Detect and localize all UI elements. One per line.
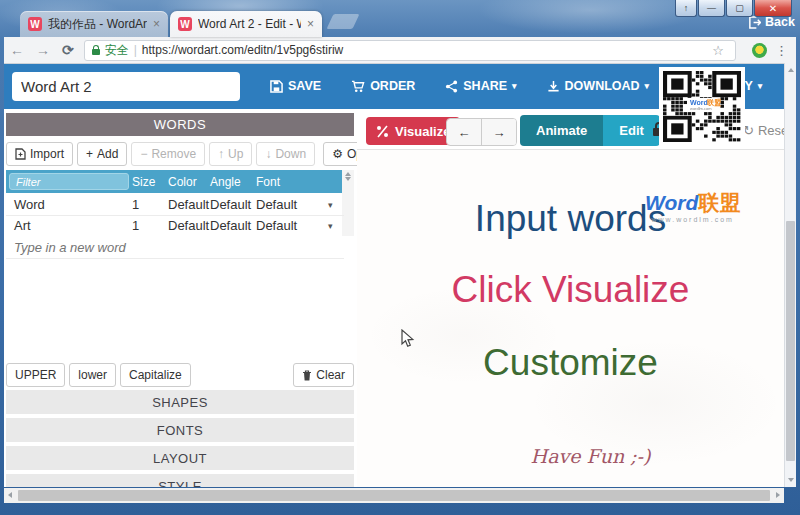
horizontal-scroll-thumb[interactable] [18, 490, 770, 501]
options-button[interactable]: ⚙ Options [323, 142, 357, 166]
lowercase-button[interactable]: lower [69, 363, 116, 387]
forward-nav-icon[interactable]: → [36, 43, 50, 57]
chevron-down-icon[interactable]: ▾ [328, 221, 344, 231]
mouse-cursor [401, 329, 415, 349]
close-tab-icon[interactable]: × [307, 18, 314, 30]
wordart-canvas[interactable]: Input words Click Visualize Customize Ha… [357, 149, 784, 487]
chevron-down-icon: ▾ [645, 81, 650, 91]
wordart-favicon: W [178, 17, 192, 31]
titlebar-extra-button[interactable]: ↑ [675, 0, 697, 17]
address-bar[interactable]: 安全 | https://wordart.com/editn/1v5pg6sti… [84, 40, 736, 61]
arrow-up-icon: ↑ [218, 147, 224, 161]
download-button[interactable]: DOWNLOAD ▾ [547, 79, 650, 93]
column-size[interactable]: Size [132, 175, 168, 189]
extension-icon[interactable] [752, 43, 767, 58]
browser-toolbar: ← → ⟳ 安全 | https://wordart.com/editn/1v5… [4, 37, 796, 64]
bookmark-star-icon[interactable]: ☆ [712, 43, 728, 58]
scroll-up-icon[interactable] [345, 172, 351, 176]
tab-title: 我的作品 - WordArt.co [48, 16, 147, 33]
section-style[interactable]: STYLE [6, 474, 354, 487]
back-nav-icon[interactable]: ← [10, 43, 24, 57]
scroll-left-icon[interactable] [8, 492, 12, 498]
save-icon [270, 80, 283, 93]
redo-button[interactable]: → [482, 119, 516, 145]
words-panel: WORDS Import + Add − Remove ↑ Up ↓ Down [4, 109, 357, 487]
move-up-button[interactable]: ↑ Up [209, 142, 252, 166]
word-row[interactable]: Word 1 Default Default Default ▾ [6, 194, 344, 216]
canvas-text-line: Customize [357, 342, 784, 384]
new-tab-button[interactable] [327, 14, 360, 29]
exit-icon [748, 16, 761, 29]
edit-button[interactable]: Edit [603, 115, 660, 146]
canvas-text-line: Click Visualize [357, 269, 784, 311]
section-shapes[interactable]: SHAPES [6, 390, 354, 414]
minus-icon: − [140, 147, 147, 161]
vertical-scrollbar[interactable] [784, 63, 796, 487]
logo-site-url: www.wordlm.com [645, 216, 740, 223]
wordart-favicon: W [28, 17, 42, 31]
horizontal-scrollbar[interactable] [4, 488, 784, 503]
security-lock-icon [92, 49, 100, 55]
animate-button[interactable]: Animate [520, 115, 603, 146]
column-angle[interactable]: Angle [210, 175, 256, 189]
maximize-button[interactable]: ▢ [726, 0, 753, 17]
canvas-fun-text: Have Fun ;-) [377, 445, 784, 467]
qr-code-image [659, 67, 745, 146]
browser-menu-icon[interactable]: ⋮ [775, 43, 788, 58]
reset-button[interactable]: ↻ Reset [743, 123, 784, 138]
remove-word-button[interactable]: − Remove [131, 142, 205, 166]
save-button[interactable]: SAVE [270, 79, 321, 93]
close-tab-icon[interactable]: × [153, 18, 160, 30]
words-panel-header: WORDS [6, 113, 354, 136]
uppercase-button[interactable]: UPPER [6, 363, 65, 387]
tab-title: Word Art 2 - Edit - Wo [198, 17, 301, 31]
visualize-icon [376, 125, 389, 138]
new-word-row[interactable] [6, 236, 344, 259]
refresh-icon[interactable]: ⟳ [62, 43, 74, 57]
share-icon [445, 80, 458, 93]
download-icon [547, 80, 560, 93]
case-toolbar: UPPER lower Capitalize Clear [6, 362, 354, 388]
tab-my-works[interactable]: W 我的作品 - WordArt.co × [20, 11, 168, 37]
section-fonts[interactable]: FONTS [6, 418, 354, 442]
scroll-up-icon[interactable] [788, 68, 794, 72]
minimize-button[interactable]: — [698, 0, 725, 17]
back-to-works-button[interactable]: Back [748, 15, 795, 29]
chevron-down-icon[interactable]: ▾ [328, 200, 344, 210]
trash-icon [302, 370, 312, 381]
order-button[interactable]: ORDER [351, 79, 415, 93]
capitalize-button[interactable]: Capitalize [120, 363, 191, 387]
logo-lm: 联盟 [698, 191, 740, 214]
words-grid-header: SizeColorAngleFont [6, 170, 344, 193]
arrow-down-icon: ↓ [265, 147, 271, 161]
workname-input[interactable] [12, 72, 240, 101]
vertical-scroll-thumb[interactable] [786, 221, 795, 461]
url-text: https://wordart.com/editn/1v5pg6stiriw [142, 43, 343, 57]
filter-input[interactable] [9, 173, 129, 190]
word-row[interactable]: Art 1 Default Default Default ▾ [6, 215, 344, 237]
import-button[interactable]: Import [6, 142, 73, 166]
scroll-right-icon[interactable] [776, 492, 780, 498]
undo-button[interactable]: ← [447, 119, 482, 145]
tab-word-art-2[interactable]: W Word Art 2 - Edit - Wo × [170, 11, 322, 37]
add-word-button[interactable]: + Add [77, 142, 127, 166]
window-controls: ↑ — ▢ ✕ [675, 0, 792, 17]
security-label: 安全 [105, 42, 129, 59]
clear-button[interactable]: Clear [293, 363, 354, 387]
share-button[interactable]: SHARE ▾ [445, 79, 516, 93]
column-color[interactable]: Color [168, 175, 210, 189]
browser-window: W 我的作品 - WordArt.co × W Word Art 2 - Edi… [0, 0, 800, 515]
url-separator: | [134, 43, 137, 57]
scroll-down-icon[interactable] [788, 478, 794, 482]
cart-icon [351, 80, 365, 93]
scroll-down-icon[interactable] [345, 177, 351, 181]
logo-word: Word [645, 191, 698, 214]
column-font[interactable]: Font [256, 175, 344, 189]
move-down-button[interactable]: ↓ Down [256, 142, 315, 166]
close-window-button[interactable]: ✕ [754, 0, 792, 17]
section-layout[interactable]: LAYOUT [6, 446, 354, 470]
history-buttons: ← → [446, 118, 517, 146]
chevron-down-icon: ▾ [758, 81, 763, 91]
editor-panel: Visualize ← → Animate Edit ↻ Reset Input… [357, 109, 784, 487]
new-word-input[interactable] [6, 236, 344, 258]
